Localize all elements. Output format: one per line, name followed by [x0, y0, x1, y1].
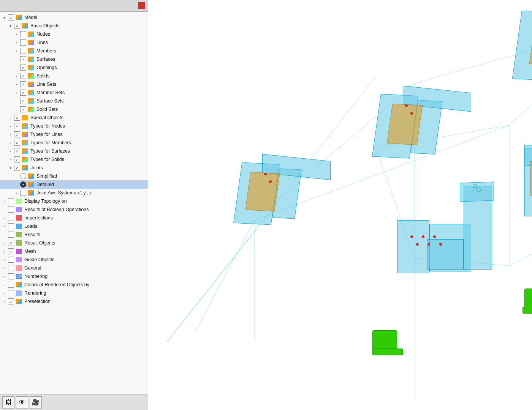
expand-arrow-colorsrendered[interactable] [2, 283, 7, 287]
expand-arrow-numbering[interactable] [2, 274, 7, 279]
expand-arrow-loads[interactable] [2, 224, 7, 229]
tree-item-jointaxis[interactable]: Joint Axis Systems x', y', z' [0, 189, 148, 197]
view-button-1[interactable]: 🖼 [2, 396, 14, 408]
expand-arrow-special[interactable] [8, 116, 13, 120]
expand-arrow-typeslines[interactable] [8, 132, 13, 137]
view-button-2[interactable]: 👁 [16, 396, 28, 408]
tree-item-loads[interactable]: Loads [0, 222, 148, 230]
tree-item-general[interactable]: General [0, 264, 148, 272]
tree-item-typeslines[interactable]: Types for Lines [0, 130, 148, 139]
expand-arrow-membersets[interactable] [14, 91, 19, 95]
tree-item-lines[interactable]: Lines [0, 38, 148, 47]
tree-item-mesh[interactable]: Mesh [0, 247, 148, 255]
tree-item-basic[interactable]: Basic Objects [0, 22, 148, 30]
checkbox-imperfections[interactable] [8, 215, 14, 221]
checkbox-nodes[interactable] [20, 31, 26, 37]
checkbox-typessurfaces[interactable] [14, 148, 20, 154]
close-button[interactable] [138, 2, 145, 9]
expand-arrow-model[interactable] [2, 16, 7, 20]
expand-arrow-lines[interactable] [14, 41, 19, 45]
checkbox-loads[interactable] [8, 223, 14, 229]
radio-detailed[interactable] [20, 181, 26, 188]
tree-item-typessurfaces[interactable]: Types for Surfaces [0, 147, 148, 155]
checkbox-guideobjs[interactable] [8, 257, 14, 263]
tree-item-joints[interactable]: Joints [0, 164, 148, 172]
tree-item-colorsrendered[interactable]: Colors of Rendered Objects by [0, 281, 148, 289]
checkbox-surfacesets[interactable] [20, 98, 26, 104]
tree-item-solids[interactable]: Solids [0, 72, 148, 80]
tree-item-typessolids[interactable]: Types for Solids [0, 155, 148, 164]
checkbox-model[interactable] [8, 14, 14, 20]
checkbox-colorsrendered[interactable] [8, 282, 14, 288]
viewport[interactable] [148, 0, 532, 410]
expand-arrow-imperfections[interactable] [2, 216, 7, 220]
expand-arrow-rendering[interactable] [2, 291, 7, 295]
tree-item-rendering[interactable]: Rendering [0, 289, 148, 297]
checkbox-membersets[interactable] [20, 90, 26, 96]
tree-item-typesmembers[interactable]: Types for Members [0, 139, 148, 147]
checkbox-typesnodes[interactable] [14, 123, 20, 129]
expand-arrow-typessolids[interactable] [8, 158, 13, 162]
tree-item-detailed[interactable]: Detailed [0, 180, 148, 189]
checkbox-mesh[interactable] [8, 248, 14, 254]
tree-item-linesets[interactable]: Line Sets [0, 80, 148, 88]
tree-item-boolresults[interactable]: Results of Boolean Operations [0, 205, 148, 214]
expand-arrow-preselection[interactable] [2, 300, 7, 304]
checkbox-boolresults[interactable] [8, 207, 14, 213]
tree-item-displaytopo[interactable]: Display Topology on [0, 197, 148, 205]
tree-item-members[interactable]: Members [0, 47, 148, 55]
tree-item-solidsets[interactable]: Solid Sets [0, 105, 148, 114]
expand-arrow-mesh[interactable] [2, 249, 7, 254]
checkbox-lines[interactable] [20, 39, 26, 46]
expand-arrow-typessurfaces[interactable] [8, 149, 13, 153]
expand-arrow-typesnodes[interactable] [8, 124, 13, 128]
tree-item-numbering[interactable]: 123Numbering [0, 272, 148, 281]
checkbox-rendering[interactable] [8, 290, 14, 296]
checkbox-special[interactable] [14, 115, 20, 121]
checkbox-typesmembers[interactable] [14, 140, 20, 146]
tree-item-results[interactable]: Results [0, 230, 148, 239]
expand-arrow-typesmembers[interactable] [8, 141, 13, 145]
tree-item-typesnodes[interactable]: Types for Nodes [0, 122, 148, 130]
checkbox-typeslines[interactable] [14, 131, 20, 137]
checkbox-joints[interactable] [14, 165, 20, 171]
checkbox-solidsets[interactable] [20, 106, 26, 112]
checkbox-basic[interactable] [14, 23, 20, 29]
tree-item-surfaces[interactable]: Surfaces [0, 55, 148, 63]
checkbox-openings[interactable] [20, 65, 26, 71]
checkbox-results[interactable] [8, 232, 14, 238]
checkbox-preselection[interactable] [8, 298, 14, 304]
checkbox-members[interactable] [20, 48, 26, 54]
expand-arrow-solids[interactable] [14, 74, 19, 78]
checkbox-surfaces[interactable] [20, 56, 26, 62]
expand-arrow-guideobjs[interactable] [2, 258, 7, 262]
tree-item-imperfections[interactable]: Imperfections [0, 214, 148, 222]
checkbox-displaytopo[interactable] [8, 198, 14, 204]
tree-item-openings[interactable]: Openings [0, 63, 148, 72]
tree-item-guideobjs[interactable]: Guide Objects [0, 255, 148, 264]
view-button-3[interactable]: 🎥 [30, 396, 42, 408]
tree-item-membersets[interactable]: Member Sets [0, 88, 148, 97]
tree-item-resultobjs[interactable]: Result Objects [0, 239, 148, 247]
tree-item-surfacesets[interactable]: Surface Sets [0, 97, 148, 105]
expand-arrow-jointaxis[interactable] [14, 191, 19, 195]
expand-arrow-linesets[interactable] [14, 82, 19, 87]
tree-item-preselection[interactable]: Preselection [0, 297, 148, 306]
checkbox-numbering[interactable] [8, 273, 14, 279]
expand-arrow-displaytopo[interactable] [2, 199, 7, 203]
checkbox-jointaxis[interactable] [20, 190, 26, 196]
expand-arrow-general[interactable] [2, 266, 7, 270]
expand-arrow-members[interactable] [14, 49, 19, 53]
expand-arrow-joints[interactable] [8, 166, 13, 170]
radio-simplified[interactable] [20, 173, 26, 179]
expand-arrow-nodes[interactable] [14, 32, 19, 36]
checkbox-resultobjs[interactable] [8, 240, 14, 246]
tree-item-special[interactable]: Special Objects [0, 114, 148, 122]
tree-item-nodes[interactable]: Nodes [0, 30, 148, 38]
checkbox-linesets[interactable] [20, 81, 26, 87]
tree-item-model[interactable]: Model [0, 13, 148, 22]
checkbox-solids[interactable] [20, 73, 26, 79]
tree-item-simplified[interactable]: Simplified [0, 172, 148, 180]
checkbox-typessolids[interactable] [14, 156, 20, 162]
expand-arrow-basic[interactable] [8, 24, 13, 28]
